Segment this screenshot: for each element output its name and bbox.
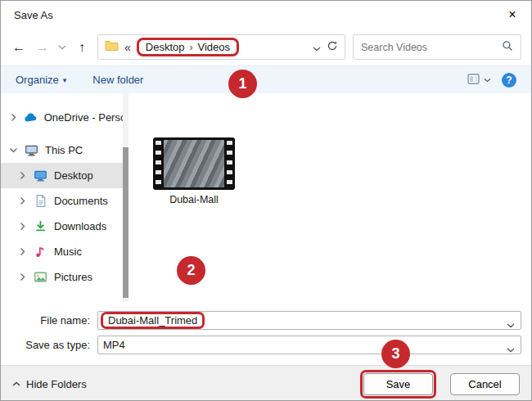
breadcrumb-item-desktop[interactable]: Desktop <box>146 41 185 53</box>
sidebar-item-label: OneDrive - Perso <box>44 111 123 124</box>
breadcrumb-item-videos[interactable]: Videos <box>198 41 231 53</box>
annotation-box-save: Save <box>360 370 436 399</box>
music-note-icon <box>33 245 48 259</box>
sidebar-item-this-pc[interactable]: This PC <box>1 137 123 163</box>
title-bar: Save As × <box>1 1 531 29</box>
sidebar-item-label: Pictures <box>54 271 92 283</box>
sidebar-item-desktop[interactable]: Desktop <box>1 163 123 188</box>
breadcrumb-overflow-icon[interactable]: « <box>124 41 131 54</box>
expand-chevron-icon[interactable] <box>18 196 27 205</box>
content-area: OneDrive - Perso This PC Desktop <box>1 93 531 302</box>
annotation-box-filename: Dubai-Mall_Trimed <box>101 312 205 329</box>
save-as-dialog: Save As × ← → ↑ « Desktop › Videos <box>0 0 532 401</box>
expand-chevron-icon[interactable] <box>18 247 27 256</box>
file-name-input[interactable]: Dubai-Mall_Trimed <box>97 311 521 330</box>
sidebar-item-downloads[interactable]: Downloads <box>1 214 123 239</box>
save-type-field-label: Save as type: <box>1 339 97 351</box>
address-bar[interactable]: « Desktop › Videos <box>97 34 345 60</box>
scrollbar-thumb[interactable] <box>123 147 128 298</box>
command-bar: Organize ▾ New folder ? <box>1 66 531 93</box>
sidebar-item-music[interactable]: Music <box>1 239 123 264</box>
collapse-chevron-icon[interactable] <box>9 147 18 153</box>
cloud-icon <box>24 110 38 124</box>
picture-icon <box>33 270 48 284</box>
expand-chevron-icon[interactable] <box>18 273 27 282</box>
sidebar-item-label: Documents <box>54 195 108 207</box>
file-name-value: Dubai-Mall_Trimed <box>108 314 197 327</box>
folder-icon <box>105 39 119 55</box>
save-button[interactable]: Save <box>363 373 433 395</box>
file-item-dubai-mall[interactable]: Dubai-Mall <box>151 137 237 205</box>
search-input[interactable]: Search Videos <box>353 34 521 60</box>
save-type-value: MP4 <box>103 339 125 351</box>
file-name-field-label: File name: <box>1 314 97 327</box>
cancel-button[interactable]: Cancel <box>450 373 520 395</box>
annotation-step-1: 1 <box>228 70 257 98</box>
annotation-step-2: 2 <box>177 256 205 285</box>
expand-chevron-icon[interactable] <box>18 222 27 231</box>
file-name-dropdown-chevron-icon[interactable] <box>507 318 515 331</box>
sidebar-item-label: Downloads <box>54 220 106 232</box>
chevron-up-icon <box>12 381 20 386</box>
sidebar-item-onedrive[interactable]: OneDrive - Perso <box>1 105 123 130</box>
sidebar-item-label: Desktop <box>54 169 93 182</box>
sidebar-item-label: This PC <box>45 144 83 156</box>
navigation-bar: ← → ↑ « Desktop › Videos Search <box>1 29 531 66</box>
file-name-label: Dubai-Mall <box>151 194 237 205</box>
new-folder-button[interactable]: New folder <box>92 74 143 86</box>
breadcrumb-separator-icon: › <box>190 42 193 53</box>
annotation-box-breadcrumb: Desktop › Videos <box>137 38 239 56</box>
search-placeholder: Search Videos <box>361 42 427 53</box>
search-icon[interactable] <box>502 40 513 54</box>
views-icon <box>467 74 480 87</box>
organize-label: Organize <box>16 74 59 86</box>
close-button[interactable]: × <box>494 1 531 29</box>
dialog-footer: Hide Folders Save Cancel <box>1 365 531 401</box>
annotation-step-3: 3 <box>381 340 410 368</box>
sidebar-item-pictures[interactable]: Pictures <box>1 264 123 290</box>
document-icon <box>33 194 48 208</box>
sidebar-item-documents[interactable]: Documents <box>1 188 123 214</box>
expand-chevron-icon[interactable] <box>18 171 27 180</box>
video-thumbnail <box>153 137 235 190</box>
views-button[interactable] <box>467 74 491 87</box>
organize-button[interactable]: Organize ▾ <box>16 74 66 86</box>
organize-caret-icon: ▾ <box>63 76 67 84</box>
save-type-select[interactable]: MP4 <box>97 336 521 354</box>
sidebar-item-label: Music <box>54 246 82 258</box>
save-fields: File name: Dubai-Mall_Trimed Save as typ… <box>1 302 531 365</box>
hide-folders-label: Hide Folders <box>26 378 87 390</box>
address-dropdown-chevron-icon[interactable] <box>313 40 321 55</box>
sidebar-scrollbar[interactable] <box>123 93 128 302</box>
computer-icon <box>24 143 39 157</box>
expand-chevron-icon[interactable] <box>9 113 18 122</box>
save-type-dropdown-chevron-icon[interactable] <box>507 343 515 355</box>
hide-folders-button[interactable]: Hide Folders <box>12 378 87 390</box>
refresh-icon[interactable] <box>327 40 338 55</box>
desktop-icon <box>33 169 48 182</box>
help-button[interactable]: ? <box>502 73 516 88</box>
views-chevron-icon <box>484 78 491 83</box>
forward-icon[interactable]: → <box>34 41 51 54</box>
back-icon[interactable]: ← <box>11 41 27 54</box>
up-icon[interactable]: ↑ <box>74 41 90 54</box>
navigation-pane: OneDrive - Perso This PC Desktop <box>1 93 123 302</box>
recent-locations-chevron-icon[interactable] <box>58 45 66 50</box>
download-icon <box>33 219 48 233</box>
window-title: Save As <box>14 9 53 21</box>
